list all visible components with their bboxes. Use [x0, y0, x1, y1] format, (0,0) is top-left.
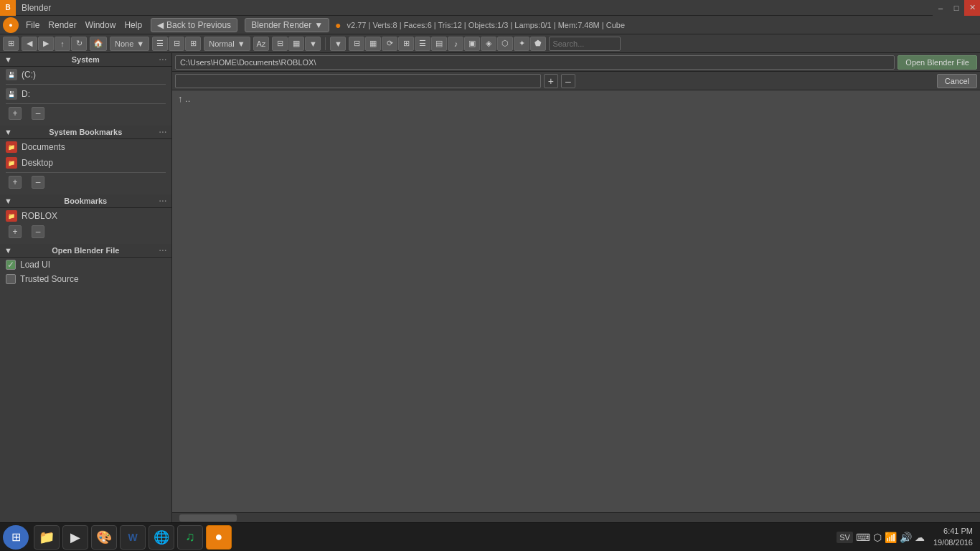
taskbar-word[interactable]: W	[120, 525, 146, 550]
file-type10[interactable]: ⬡	[497, 37, 513, 51]
bm-pm-row: + –	[0, 224, 171, 242]
file-type12[interactable]: ⬟	[530, 37, 546, 51]
home-btn[interactable]: 🏠	[90, 37, 107, 51]
hscrollbar-thumb[interactable]	[179, 514, 237, 522]
system-add-button[interactable]: +	[9, 107, 22, 120]
close-button[interactable]: ✕	[964, 0, 980, 16]
file-type3[interactable]: ⟳	[382, 37, 397, 51]
view-grid-btn[interactable]: ⊞	[185, 37, 201, 51]
filter-remove-button[interactable]: –	[561, 74, 575, 88]
file-explorer-icon: 📁	[39, 529, 55, 545]
bm-arrow-icon: ▼	[4, 197, 12, 205]
file-type7[interactable]: ♪	[448, 37, 463, 51]
next-btn[interactable]: ▶	[38, 37, 54, 51]
system-bookmarks-header[interactable]: ▼ System Bookmarks ···	[0, 126, 171, 139]
prev-btn[interactable]: ◀	[22, 37, 37, 51]
filter-add-button[interactable]: +	[544, 74, 558, 88]
ob-arrow-icon: ▼	[4, 246, 12, 255]
open-blender-section: ▼ Open Blender File ··· ✓ Load UI Truste…	[0, 244, 171, 286]
none-dropdown[interactable]: None ▼	[110, 37, 149, 51]
file-type8[interactable]: ▣	[464, 37, 480, 51]
file-type2[interactable]: ▦	[365, 37, 381, 51]
menu-help[interactable]: Help	[120, 17, 146, 33]
taskbar-chrome[interactable]: 🌐	[149, 525, 174, 550]
menu-file[interactable]: File	[22, 17, 44, 33]
minimize-button[interactable]: –	[933, 0, 948, 16]
system-pm-row: + –	[0, 105, 171, 124]
file-type5[interactable]: ☰	[415, 37, 430, 51]
normal-label: Normal	[209, 39, 234, 48]
sysbm-add-button[interactable]: +	[9, 176, 22, 189]
file-list[interactable]: ↑ ..	[172, 90, 980, 512]
normal-dropdown[interactable]: Normal ▼	[204, 37, 250, 51]
path-input[interactable]	[175, 55, 895, 70]
maximize-button[interactable]: □	[948, 0, 964, 16]
open-blender-file-button[interactable]: Open Blender File	[897, 55, 977, 70]
filter-bar: + – Cancel	[172, 72, 980, 90]
engine-dropdown[interactable]: Blender Render ▼	[245, 18, 329, 32]
bluetooth-icon: ⬡	[873, 532, 882, 543]
sys-bm-dots-icon: ···	[159, 128, 167, 136]
sidebar-item-c-drive[interactable]: 💾 (C:)	[0, 67, 171, 83]
open-blender-header[interactable]: ▼ Open Blender File ···	[0, 244, 171, 258]
chrome-icon: 🌐	[154, 529, 169, 545]
filter-btn[interactable]: ▼	[330, 37, 346, 51]
view-mode-buttons: ☰ ⊟ ⊞	[152, 37, 201, 51]
sidebar-item-documents[interactable]: 📁 Documents	[0, 139, 171, 155]
view-list-btn[interactable]: ☰	[152, 37, 168, 51]
file-type1[interactable]: ⊟	[349, 37, 364, 51]
start-button[interactable]: ⊞	[3, 525, 29, 550]
sort3-btn[interactable]: ▼	[305, 37, 321, 51]
file-type11[interactable]: ✦	[514, 37, 529, 51]
blender-status-icon: ●	[335, 19, 341, 31]
system-dots-icon: ···	[159, 56, 167, 64]
taskbar-media[interactable]: ▶	[62, 525, 88, 550]
spotify-icon: ♫	[185, 529, 195, 545]
horizontal-scrollbar[interactable]	[172, 512, 980, 522]
menu-render[interactable]: Render	[44, 17, 80, 33]
divider2	[6, 103, 166, 104]
menu-window[interactable]: Window	[81, 17, 121, 33]
sort1-btn[interactable]: ⊟	[272, 37, 288, 51]
bookmarks-header[interactable]: ▼ Bookmarks ···	[0, 194, 171, 208]
filter-input[interactable]	[175, 74, 541, 88]
bm-add-button[interactable]: +	[9, 225, 22, 238]
up-btn[interactable]: ↑	[55, 37, 70, 51]
sysbm-remove-button[interactable]: –	[32, 176, 44, 189]
az-btn[interactable]: Az	[253, 37, 270, 51]
taskbar-blender[interactable]: ●	[206, 525, 232, 550]
cancel-button[interactable]: Cancel	[937, 74, 977, 88]
sidebar-item-desktop[interactable]: 📁 Desktop	[0, 155, 171, 171]
file-type6[interactable]: ▤	[431, 37, 447, 51]
load-ui-checkbox[interactable]: ✓	[6, 260, 16, 270]
search-input[interactable]	[549, 37, 621, 51]
view-detail-btn[interactable]: ⊟	[169, 37, 184, 51]
system-bookmarks-section: ▼ System Bookmarks ··· 📁 Documents 📁 Des…	[0, 126, 171, 193]
divider1	[6, 84, 166, 85]
sidebar-item-d-drive[interactable]: 💾 D:	[0, 86, 171, 102]
sidebar-item-roblox[interactable]: 📁 ROBLOX	[0, 208, 171, 224]
date-display: 19/08/2016	[933, 537, 973, 548]
parent-directory-item[interactable]: ↑ ..	[172, 90, 980, 107]
taskbar-file-explorer[interactable]: 📁	[34, 525, 60, 550]
filter-type-buttons: ⊟ ▦ ⟳ ⊞ ☰ ▤ ♪ ▣ ◈ ⬡ ✦ ⬟	[349, 37, 546, 51]
bm-remove-button[interactable]: –	[32, 225, 44, 238]
taskbar-spotify[interactable]: ♫	[177, 525, 203, 550]
reload-btn[interactable]: ↻	[71, 37, 87, 51]
bm-dots-icon: ···	[159, 197, 167, 205]
view-icon-btn[interactable]: ⊞	[3, 37, 19, 51]
sort2-btn[interactable]: ▦	[288, 37, 304, 51]
system-remove-button[interactable]: –	[32, 107, 44, 120]
volume-icon: 🔊	[900, 532, 912, 543]
sidebar: ▼ System ··· 💾 (C:) 💾 D: + – ▼ S	[0, 53, 172, 522]
file-type9[interactable]: ◈	[481, 37, 496, 51]
system-section-header[interactable]: ▼ System ···	[0, 53, 171, 67]
taskbar-paint[interactable]: 🎨	[91, 525, 117, 550]
language-indicator: SV	[837, 532, 853, 543]
time-display: 6:41 PM	[933, 526, 973, 537]
sidebar-item-d-label: D:	[22, 89, 30, 99]
titlebar: B Blender – □ ✕	[0, 0, 980, 16]
file-type4[interactable]: ⊞	[398, 37, 414, 51]
trusted-source-checkbox[interactable]	[6, 274, 16, 284]
back-to-previous-button[interactable]: ◀ Back to Previous	[151, 18, 237, 32]
